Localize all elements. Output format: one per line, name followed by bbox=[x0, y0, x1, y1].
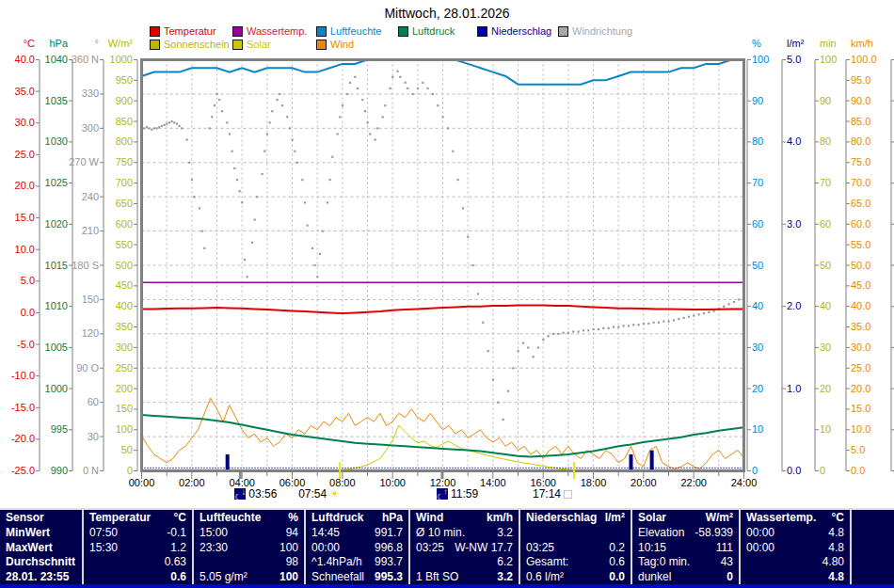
axis-tick-label: 1010 bbox=[45, 300, 68, 311]
table-row: 0.6 bbox=[84, 570, 192, 584]
axis-unit-label: W/m² bbox=[108, 38, 134, 49]
table-row: 28.01. 23:55 bbox=[0, 570, 82, 584]
axis-unit-label: km/h bbox=[851, 38, 873, 49]
table-header-unit: % bbox=[288, 511, 298, 525]
axis-tick-label: 25.0 bbox=[15, 149, 35, 160]
table-row: MinWert bbox=[0, 526, 82, 540]
table-cell-value: 991.7 bbox=[375, 526, 403, 540]
axis-tick-label: 50 bbox=[752, 260, 763, 271]
table-cell-label: 0.6 l/m² bbox=[526, 570, 564, 584]
table-row: 23:30100 bbox=[194, 541, 304, 555]
axis-hpa: hPa1040103510301025102010151010100510009… bbox=[45, 38, 72, 476]
axis-tick-label: -5.0 bbox=[17, 339, 35, 350]
table-cell-value: -0.1 bbox=[167, 526, 186, 540]
table-header-unit: W/m² bbox=[706, 511, 733, 525]
axis-tick-label: 1.0 bbox=[787, 383, 801, 394]
table-header-row: Windkm/h bbox=[410, 511, 519, 525]
axis-tick-label: 100 bbox=[752, 54, 769, 65]
axis-: °360 N330300270 W240210180 S15012090 O60… bbox=[69, 38, 104, 476]
table-cell-value: 4.8 bbox=[828, 570, 844, 584]
table-cell-value: 111 bbox=[716, 541, 733, 555]
axis-unit-label: min bbox=[820, 38, 837, 49]
table-cell-value: 100 bbox=[279, 570, 298, 584]
table-header-label: Luftfeuchte bbox=[200, 511, 261, 525]
axis-tick-label: 4.0 bbox=[787, 135, 801, 147]
axis-tick-label: 60 bbox=[820, 218, 831, 230]
table-header-row: LuftdruckhPa bbox=[306, 511, 408, 525]
axis-tick-label: 50 bbox=[820, 260, 831, 271]
axis-tick-label: 150 bbox=[82, 294, 99, 305]
axis-tick-label: 1040 bbox=[45, 54, 68, 65]
table-row: Tag:0 min.43 bbox=[632, 555, 739, 569]
solar-series bbox=[340, 425, 581, 471]
table-cell-value: 100 bbox=[279, 541, 298, 555]
summary-table: SensorMinWertMaxWertDurchschnitt28.01. 2… bbox=[0, 508, 894, 584]
axis-l-m: l/m²5.04.03.02.01.00.0 bbox=[782, 38, 805, 476]
axis-tick-label: 75.0 bbox=[851, 156, 870, 167]
axis-tick-label: 1020 bbox=[45, 218, 68, 230]
table-row: ^1.4hPa/h993.7 bbox=[306, 555, 408, 569]
axis-tick-label: 300 bbox=[82, 122, 99, 134]
axis-tick-label: 80 bbox=[820, 135, 831, 147]
axis-tick-label: 0 bbox=[820, 465, 825, 476]
table-header-label: Wassertemp. bbox=[746, 511, 816, 525]
table-header-label: Solar bbox=[638, 511, 666, 525]
table-header-row: SolarW/m² bbox=[632, 511, 739, 525]
table-cell-label: Ø 10 min. bbox=[416, 526, 465, 540]
table-row: 98 bbox=[194, 555, 304, 569]
table-cell-label: 15:30 bbox=[89, 541, 118, 555]
axis-tick-label: 100.0 bbox=[851, 54, 877, 65]
axis-tick-label: 1030 bbox=[45, 135, 68, 147]
axis-tick-label: 950 bbox=[116, 74, 133, 86]
axis-tick-label: 40 bbox=[752, 300, 763, 311]
axis-tick-label: 900 bbox=[116, 95, 133, 106]
axis-tick-label: 40.0 bbox=[15, 54, 35, 65]
axis-km-h: km/h100.095.090.085.080.075.070.065.060.… bbox=[846, 38, 877, 476]
moonset-icon: ☾↓ bbox=[234, 488, 246, 500]
axis-tick-label: 5.0 bbox=[787, 54, 801, 65]
axis-tick-label: 60 bbox=[88, 396, 99, 407]
axis-tick-label: 55.0 bbox=[851, 239, 870, 250]
table-cell-value: -58.939 bbox=[694, 526, 733, 540]
table-row: 15:301.2 bbox=[84, 541, 192, 555]
table-cell-value: 995.3 bbox=[375, 570, 403, 584]
axis-tick-label: 5.0 bbox=[851, 444, 865, 455]
table-row: 4.8 bbox=[741, 570, 850, 584]
astro-time-label: 07:54 bbox=[298, 487, 327, 501]
table-cell-label: 14:45 bbox=[311, 526, 340, 540]
table-cell-label: ^1.4hPa/h bbox=[311, 555, 362, 569]
axis-tick-label: 800 bbox=[116, 135, 133, 147]
astro-marker-sunrise-icon: 07:54☀ bbox=[298, 487, 340, 501]
arrow-glyph: ↓ bbox=[241, 486, 246, 498]
axis-tick-label: 300 bbox=[116, 342, 133, 353]
axis-min: min1009080706050403020100 bbox=[815, 38, 837, 476]
axis-tick-label: 240 bbox=[82, 191, 99, 202]
table-cell-label: MinWert bbox=[6, 526, 50, 540]
table-cell-value: 0.6 bbox=[609, 555, 625, 569]
axis-tick-label: 0.0 bbox=[787, 465, 801, 476]
table-col-luftfeuchte: Luftfeuchte%15:009423:30100985.05 g/m²10… bbox=[194, 510, 306, 584]
axis-tick-label: 750 bbox=[116, 156, 133, 167]
table-row: 1 Bft SO3.2 bbox=[410, 570, 519, 584]
table-header-row: Luftfeuchte% bbox=[194, 511, 304, 525]
table-cell-label: 28.01. 23:55 bbox=[6, 570, 69, 584]
table-row bbox=[852, 526, 877, 540]
table-cell-value: 0.2 bbox=[609, 541, 625, 555]
table-col-wassertemp: Wassertemp.°C00:004.800:004.84.804.8 bbox=[741, 510, 852, 584]
axis-tick-label: 85.0 bbox=[851, 116, 870, 127]
table-row: 00:00996.8 bbox=[306, 541, 408, 555]
axis-: %1009080706050403020100 bbox=[747, 38, 769, 476]
axis-tick-label: 250 bbox=[116, 362, 133, 373]
table-cell-value: 996.8 bbox=[375, 541, 403, 555]
axis-tick-label: 30 bbox=[820, 342, 831, 353]
axis-tick-label: 990 bbox=[51, 465, 68, 476]
table-col-x bbox=[852, 510, 877, 584]
axis-tick-label: -25.0 bbox=[11, 465, 35, 476]
axis-c: °C40.035.030.025.020.015.010.05.00.0-5.0… bbox=[11, 38, 40, 476]
astro-time-label: 17:14 bbox=[533, 487, 561, 501]
axis-tick-label: 200 bbox=[116, 383, 133, 394]
table-row: 0.63 bbox=[84, 555, 192, 569]
arrow-glyph: ↑ bbox=[443, 486, 448, 498]
axis-tick-label: 1015 bbox=[45, 260, 68, 271]
table-row: dunkel0 bbox=[632, 570, 739, 584]
